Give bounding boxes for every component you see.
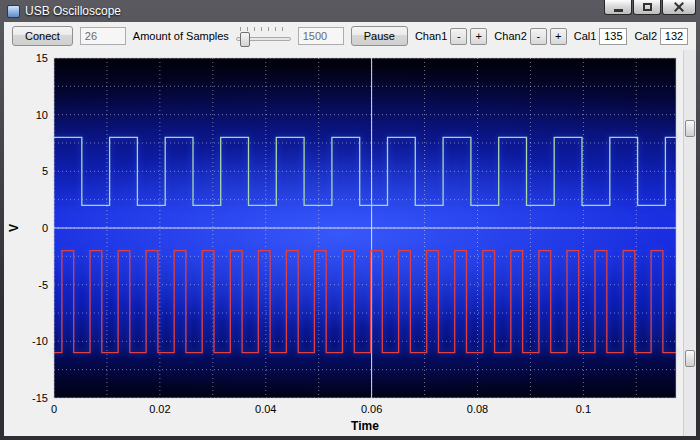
y-tick-label: -10 [32,335,48,347]
scroll-thumb-1[interactable] [685,120,695,137]
slider-ticks [240,27,287,31]
scroll-thumb-2[interactable] [685,350,695,367]
maximize-icon [643,3,652,11]
cal2-group: Cal2 132 [634,28,688,45]
chan2-increase-button[interactable]: + [550,28,567,45]
y-tick-label: 0 [42,222,48,234]
cal2-label: Cal2 [634,30,657,42]
window-body: Conect Amount of Samples Pause Chan1 - +… [4,22,696,436]
cal1-group: Cal1 135 [574,28,628,45]
slider-thumb[interactable] [240,32,250,47]
samples-slider[interactable] [236,25,291,47]
y-tick-label: 15 [36,52,48,64]
x-tick-label: 0.04 [255,403,276,415]
chan2-decrease-button[interactable]: - [530,28,547,45]
close-button[interactable] [662,0,696,15]
vertical-scrollbar[interactable] [683,50,696,436]
x-tick-label: 0.08 [467,403,488,415]
minimize-button[interactable] [604,0,632,15]
connect-button[interactable]: Conect [12,26,73,46]
minimize-icon [614,9,623,12]
maximize-button[interactable] [633,0,661,15]
samples-count-input[interactable] [80,27,126,45]
window-title: USB Oscilloscope [25,4,121,18]
y-tick-label: -15 [32,392,48,404]
x-tick-label: 0.06 [361,403,382,415]
cal1-value: 135 [599,28,627,45]
y-tick-label: 5 [42,165,48,177]
samples-max-input[interactable] [298,27,344,45]
app-icon [7,5,20,18]
pause-button[interactable]: Pause [351,26,408,46]
chan1-label: Chan1 [415,30,447,42]
cal2-value: 132 [660,28,688,45]
samples-label: Amount of Samples [133,30,229,42]
titlebar: USB Oscilloscope [4,0,696,22]
window-controls [604,0,696,15]
x-tick-label: 0 [51,403,57,415]
x-tick-label: 0.02 [149,403,170,415]
x-tick-label: 0.1 [576,403,591,415]
plot-svg: 00.020.040.060.080.1-15-10-5051015TimeV [4,52,682,434]
waveform-channel-2 [54,251,676,353]
chan2-group: Chan2 - + [494,28,566,45]
cal1-label: Cal1 [574,30,597,42]
chan1-increase-button[interactable]: + [470,28,487,45]
chan1-group: Chan1 - + [415,28,487,45]
plot-area: 00.020.040.060.080.1-15-10-5051015TimeV [4,50,696,436]
y-tick-label: -5 [38,279,48,291]
toolbar: Conect Amount of Samples Pause Chan1 - +… [4,22,696,50]
y-tick-label: 10 [36,109,48,121]
x-axis-label: Time [351,419,379,433]
plot-column: 00.020.040.060.080.1-15-10-5051015TimeV [4,50,683,436]
chan1-decrease-button[interactable]: - [450,28,467,45]
close-icon [674,2,684,12]
app-window: USB Oscilloscope Conect Amount of Sample… [0,0,700,440]
chan2-label: Chan2 [494,30,526,42]
y-axis-label: V [7,224,21,232]
